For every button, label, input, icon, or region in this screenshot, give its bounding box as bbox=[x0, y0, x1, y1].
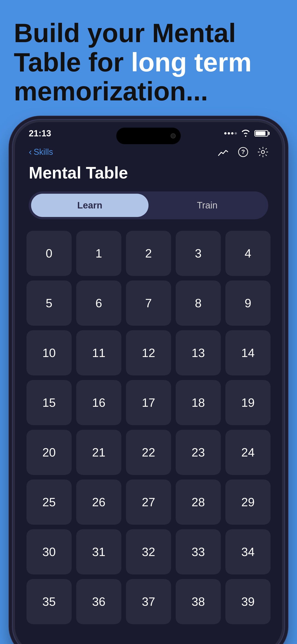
number-cell-23[interactable]: 23 bbox=[176, 430, 221, 475]
number-cell-8[interactable]: 8 bbox=[176, 280, 221, 326]
number-cell-16[interactable]: 16 bbox=[76, 380, 121, 425]
toggle-learn[interactable]: Learn bbox=[31, 194, 148, 217]
signal-dot-2 bbox=[228, 132, 230, 134]
number-cell-13[interactable]: 13 bbox=[176, 330, 221, 376]
mode-toggle[interactable]: Learn Train bbox=[29, 192, 268, 219]
number-cell-39[interactable]: 39 bbox=[226, 579, 270, 624]
signal-dot-4 bbox=[234, 132, 237, 134]
number-cell-9[interactable]: 9 bbox=[226, 280, 270, 326]
hero-title-part2: memorization... bbox=[14, 76, 208, 106]
phone-screen: 21:13 bbox=[15, 122, 282, 644]
number-grid: 0123456789101112131415161718192021222324… bbox=[15, 231, 282, 634]
back-arrow-icon: ‹ bbox=[29, 147, 32, 157]
number-cell-15[interactable]: 15 bbox=[26, 380, 72, 425]
number-cell-29[interactable]: 29 bbox=[226, 480, 270, 525]
nav-back-button[interactable]: ‹ Skills bbox=[29, 147, 53, 157]
number-cell-33[interactable]: 33 bbox=[176, 529, 221, 574]
status-time: 21:13 bbox=[29, 128, 51, 138]
number-cell-19[interactable]: 19 bbox=[226, 380, 270, 425]
toggle-train[interactable]: Train bbox=[148, 194, 266, 217]
phone-frame: 21:13 bbox=[13, 120, 284, 644]
phone-container: 21:13 bbox=[0, 120, 297, 644]
hero-section: Build your Mental Table for long term me… bbox=[0, 0, 297, 120]
status-right bbox=[224, 130, 268, 137]
number-cell-38[interactable]: 38 bbox=[176, 579, 221, 624]
signal-dot-3 bbox=[231, 132, 234, 134]
number-cell-11[interactable]: 11 bbox=[76, 330, 121, 376]
hero-title-highlight: long term bbox=[131, 48, 252, 77]
number-cell-31[interactable]: 31 bbox=[76, 529, 121, 574]
number-cell-24[interactable]: 24 bbox=[226, 430, 270, 475]
settings-icon[interactable] bbox=[258, 147, 268, 157]
nav-bar: ‹ Skills ? bbox=[15, 143, 282, 161]
number-cell-20[interactable]: 20 bbox=[26, 430, 72, 475]
number-cell-10[interactable]: 10 bbox=[26, 330, 72, 376]
number-cell-0[interactable]: 0 bbox=[26, 231, 72, 276]
number-cell-18[interactable]: 18 bbox=[176, 380, 221, 425]
svg-point-2 bbox=[261, 150, 264, 154]
number-cell-7[interactable]: 7 bbox=[126, 280, 171, 326]
number-cell-37[interactable]: 37 bbox=[126, 579, 171, 624]
number-cell-28[interactable]: 28 bbox=[176, 480, 221, 525]
svg-text:?: ? bbox=[241, 148, 245, 155]
camera-dot bbox=[170, 133, 176, 138]
number-cell-26[interactable]: 26 bbox=[76, 480, 121, 525]
signal-dot-1 bbox=[224, 132, 226, 134]
number-cell-2[interactable]: 2 bbox=[126, 231, 171, 276]
wifi-icon bbox=[240, 130, 251, 137]
chart-icon[interactable] bbox=[218, 147, 228, 157]
battery-icon bbox=[254, 130, 268, 136]
number-cell-34[interactable]: 34 bbox=[226, 529, 270, 574]
number-cell-22[interactable]: 22 bbox=[126, 430, 171, 475]
hero-title: Build your Mental Table for long term me… bbox=[14, 18, 283, 106]
number-cell-17[interactable]: 17 bbox=[126, 380, 171, 425]
page-title: Mental Table bbox=[15, 161, 282, 192]
number-cell-35[interactable]: 35 bbox=[26, 579, 72, 624]
number-cell-4[interactable]: 4 bbox=[226, 231, 270, 276]
number-cell-25[interactable]: 25 bbox=[26, 480, 72, 525]
number-cell-32[interactable]: 32 bbox=[126, 529, 171, 574]
number-cell-1[interactable]: 1 bbox=[76, 231, 121, 276]
number-cell-12[interactable]: 12 bbox=[126, 330, 171, 376]
number-cell-30[interactable]: 30 bbox=[26, 529, 72, 574]
number-cell-21[interactable]: 21 bbox=[76, 430, 121, 475]
number-cell-36[interactable]: 36 bbox=[76, 579, 121, 624]
signal-dots bbox=[224, 132, 237, 134]
help-icon[interactable]: ? bbox=[238, 147, 248, 157]
dynamic-island bbox=[116, 128, 181, 144]
number-cell-27[interactable]: 27 bbox=[126, 480, 171, 525]
number-cell-6[interactable]: 6 bbox=[76, 280, 121, 326]
number-cell-5[interactable]: 5 bbox=[26, 280, 72, 326]
nav-icons: ? bbox=[218, 147, 268, 157]
number-cell-14[interactable]: 14 bbox=[226, 330, 270, 376]
battery-fill bbox=[256, 131, 266, 136]
nav-back-label: Skills bbox=[34, 147, 53, 157]
number-cell-3[interactable]: 3 bbox=[176, 231, 221, 276]
